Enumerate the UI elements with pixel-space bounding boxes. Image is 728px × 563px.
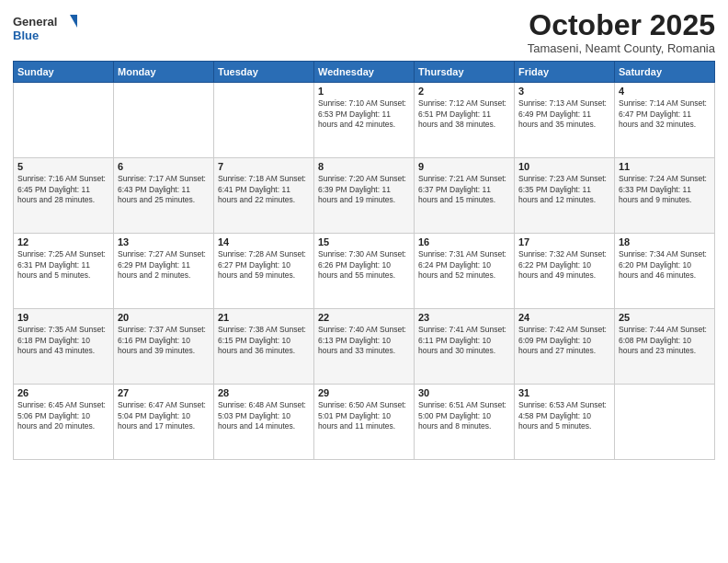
day-info: Sunrise: 7:25 AM Sunset: 6:31 PM Dayligh…: [17, 249, 109, 281]
day-info: Sunrise: 7:18 AM Sunset: 6:41 PM Dayligh…: [218, 174, 310, 205]
header-thursday: Thursday: [415, 62, 515, 83]
table-row: 10Sunrise: 7:23 AM Sunset: 6:35 PM Dayli…: [515, 158, 615, 234]
day-number: 16: [418, 236, 510, 247]
calendar-week-5: 26Sunrise: 6:45 AM Sunset: 5:06 PM Dayli…: [14, 385, 715, 460]
table-row: 15Sunrise: 7:30 AM Sunset: 6:26 PM Dayli…: [314, 234, 415, 309]
table-row: 28Sunrise: 6:48 AM Sunset: 5:03 PM Dayli…: [214, 385, 314, 460]
day-number: 24: [518, 312, 610, 323]
table-row: 31Sunrise: 6:53 AM Sunset: 4:58 PM Dayli…: [515, 385, 615, 460]
day-number: 31: [518, 387, 610, 398]
day-info: Sunrise: 7:10 AM Sunset: 6:53 PM Dayligh…: [318, 98, 410, 130]
day-number: 20: [118, 312, 210, 323]
table-row: 26Sunrise: 6:45 AM Sunset: 5:06 PM Dayli…: [14, 385, 114, 460]
table-row: 27Sunrise: 6:47 AM Sunset: 5:04 PM Dayli…: [114, 385, 214, 460]
logo: General Blue: [13, 9, 77, 46]
table-row: [114, 83, 214, 158]
table-row: 1Sunrise: 7:10 AM Sunset: 6:53 PM Daylig…: [314, 83, 415, 158]
day-info: Sunrise: 7:30 AM Sunset: 6:26 PM Dayligh…: [318, 249, 410, 281]
day-number: 6: [118, 161, 210, 172]
table-row: 3Sunrise: 7:13 AM Sunset: 6:49 PM Daylig…: [515, 83, 615, 158]
table-row: 13Sunrise: 7:27 AM Sunset: 6:29 PM Dayli…: [114, 234, 214, 309]
day-info: Sunrise: 7:32 AM Sunset: 6:22 PM Dayligh…: [518, 249, 610, 281]
table-row: 6Sunrise: 7:17 AM Sunset: 6:43 PM Daylig…: [114, 158, 214, 234]
day-info: Sunrise: 7:13 AM Sunset: 6:49 PM Dayligh…: [518, 98, 610, 130]
table-row: 2Sunrise: 7:12 AM Sunset: 6:51 PM Daylig…: [415, 83, 515, 158]
day-info: Sunrise: 7:44 AM Sunset: 6:08 PM Dayligh…: [619, 325, 711, 356]
day-number: 2: [418, 86, 510, 97]
day-info: Sunrise: 7:12 AM Sunset: 6:51 PM Dayligh…: [418, 98, 510, 130]
table-row: 9Sunrise: 7:21 AM Sunset: 6:37 PM Daylig…: [415, 158, 515, 234]
day-number: 13: [118, 236, 210, 247]
day-number: 18: [619, 236, 711, 247]
day-number: 22: [318, 312, 410, 323]
calendar-week-2: 5Sunrise: 7:16 AM Sunset: 6:45 PM Daylig…: [14, 158, 715, 234]
day-info: Sunrise: 7:20 AM Sunset: 6:39 PM Dayligh…: [318, 174, 410, 205]
day-number: 14: [218, 236, 310, 247]
day-info: Sunrise: 7:23 AM Sunset: 6:35 PM Dayligh…: [518, 174, 610, 205]
day-info: Sunrise: 7:37 AM Sunset: 6:16 PM Dayligh…: [118, 325, 210, 356]
day-info: Sunrise: 7:27 AM Sunset: 6:29 PM Dayligh…: [118, 249, 210, 281]
day-info: Sunrise: 6:45 AM Sunset: 5:06 PM Dayligh…: [17, 400, 109, 431]
table-row: 5Sunrise: 7:16 AM Sunset: 6:45 PM Daylig…: [14, 158, 114, 234]
day-number: 25: [619, 312, 711, 323]
calendar-week-3: 12Sunrise: 7:25 AM Sunset: 6:31 PM Dayli…: [14, 234, 715, 309]
calendar-week-1: 1Sunrise: 7:10 AM Sunset: 6:53 PM Daylig…: [14, 83, 715, 158]
day-info: Sunrise: 7:35 AM Sunset: 6:18 PM Dayligh…: [17, 325, 109, 356]
day-number: 7: [218, 161, 310, 172]
day-number: 29: [318, 387, 410, 398]
table-row: 24Sunrise: 7:42 AM Sunset: 6:09 PM Dayli…: [515, 309, 615, 385]
page-container: General Blue October 2025 Tamaseni, Neam…: [0, 0, 728, 563]
day-number: 23: [418, 312, 510, 323]
table-row: 11Sunrise: 7:24 AM Sunset: 6:33 PM Dayli…: [615, 158, 715, 234]
svg-marker-2: [70, 15, 77, 28]
day-number: 5: [17, 161, 109, 172]
day-number: 21: [218, 312, 310, 323]
header-wednesday: Wednesday: [314, 62, 415, 83]
table-row: 20Sunrise: 7:37 AM Sunset: 6:16 PM Dayli…: [114, 309, 214, 385]
table-row: 30Sunrise: 6:51 AM Sunset: 5:00 PM Dayli…: [415, 385, 515, 460]
calendar-week-4: 19Sunrise: 7:35 AM Sunset: 6:18 PM Dayli…: [14, 309, 715, 385]
header: General Blue October 2025 Tamaseni, Neam…: [13, 9, 715, 55]
svg-text:Blue: Blue: [13, 29, 39, 42]
table-row: 4Sunrise: 7:14 AM Sunset: 6:47 PM Daylig…: [615, 83, 715, 158]
calendar-location: Tamaseni, Neamt County, Romania: [528, 41, 715, 55]
day-info: Sunrise: 7:16 AM Sunset: 6:45 PM Dayligh…: [17, 174, 109, 205]
table-row: 23Sunrise: 7:41 AM Sunset: 6:11 PM Dayli…: [415, 309, 515, 385]
day-number: 12: [17, 236, 109, 247]
table-row: 25Sunrise: 7:44 AM Sunset: 6:08 PM Dayli…: [615, 309, 715, 385]
day-number: 8: [318, 161, 410, 172]
day-number: 15: [318, 236, 410, 247]
header-friday: Friday: [515, 62, 615, 83]
header-saturday: Saturday: [615, 62, 715, 83]
day-info: Sunrise: 6:50 AM Sunset: 5:01 PM Dayligh…: [318, 400, 410, 431]
day-info: Sunrise: 7:24 AM Sunset: 6:33 PM Dayligh…: [619, 174, 711, 205]
day-number: 9: [418, 161, 510, 172]
day-info: Sunrise: 7:14 AM Sunset: 6:47 PM Dayligh…: [619, 98, 711, 130]
day-number: 10: [518, 161, 610, 172]
day-info: Sunrise: 7:41 AM Sunset: 6:11 PM Dayligh…: [418, 325, 510, 356]
table-row: [615, 385, 715, 460]
day-info: Sunrise: 6:51 AM Sunset: 5:00 PM Dayligh…: [418, 400, 510, 431]
svg-text:General: General: [13, 15, 57, 29]
day-info: Sunrise: 7:17 AM Sunset: 6:43 PM Dayligh…: [118, 174, 210, 205]
table-row: 8Sunrise: 7:20 AM Sunset: 6:39 PM Daylig…: [314, 158, 415, 234]
table-row: [14, 83, 114, 158]
day-info: Sunrise: 7:38 AM Sunset: 6:15 PM Dayligh…: [218, 325, 310, 356]
day-number: 26: [17, 387, 109, 398]
day-number: 1: [318, 86, 410, 97]
day-number: 27: [118, 387, 210, 398]
day-info: Sunrise: 7:21 AM Sunset: 6:37 PM Dayligh…: [418, 174, 510, 205]
header-monday: Monday: [114, 62, 214, 83]
title-block: October 2025 Tamaseni, Neamt County, Rom…: [528, 9, 715, 55]
day-info: Sunrise: 7:42 AM Sunset: 6:09 PM Dayligh…: [518, 325, 610, 356]
day-number: 3: [518, 86, 610, 97]
day-info: Sunrise: 6:47 AM Sunset: 5:04 PM Dayligh…: [118, 400, 210, 431]
header-sunday: Sunday: [14, 62, 114, 83]
table-row: 29Sunrise: 6:50 AM Sunset: 5:01 PM Dayli…: [314, 385, 415, 460]
day-info: Sunrise: 7:28 AM Sunset: 6:27 PM Dayligh…: [218, 249, 310, 281]
table-row: 19Sunrise: 7:35 AM Sunset: 6:18 PM Dayli…: [14, 309, 114, 385]
day-info: Sunrise: 6:53 AM Sunset: 4:58 PM Dayligh…: [518, 400, 610, 431]
day-number: 30: [418, 387, 510, 398]
table-row: 22Sunrise: 7:40 AM Sunset: 6:13 PM Dayli…: [314, 309, 415, 385]
day-number: 17: [518, 236, 610, 247]
